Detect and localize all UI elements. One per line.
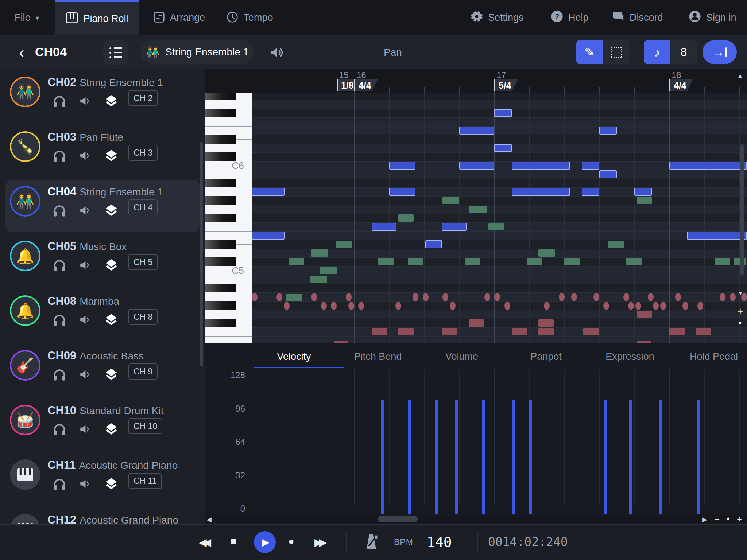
midi-note-active[interactable]: [687, 232, 747, 240]
solo-headphones-icon[interactable]: [52, 368, 67, 383]
solo-headphones-icon[interactable]: [52, 149, 67, 164]
velocity-bar[interactable]: [381, 400, 384, 514]
back-chevron-icon[interactable]: ‹: [19, 43, 24, 62]
midi-note-active[interactable]: [512, 188, 570, 196]
piano-keyboard[interactable]: C6C5: [205, 93, 252, 343]
velocity-bar[interactable]: [455, 400, 458, 514]
channel-item-ch11[interactable]: CH11 Acoustic Grand PianoCH 11: [0, 456, 205, 510]
mute-speaker-icon[interactable]: [78, 204, 92, 218]
file-menu[interactable]: File ▾: [15, 0, 39, 35]
metronome-icon[interactable]: [363, 533, 379, 553]
black-key[interactable]: [205, 196, 236, 205]
midi-note-active[interactable]: [669, 162, 747, 170]
midi-note-active[interactable]: [582, 188, 599, 196]
jump-to-end-button[interactable]: →: [703, 40, 737, 64]
velocity-bar[interactable]: [529, 400, 532, 514]
zoom-reset-horizontal-icon[interactable]: ●: [727, 515, 730, 521]
controller-tab-panpot[interactable]: Panpot: [506, 351, 586, 362]
solo-headphones-icon[interactable]: [52, 422, 67, 438]
channel-item-ch03[interactable]: 🍾CH03 Pan FluteCH 3: [0, 128, 205, 182]
black-key[interactable]: [205, 214, 236, 222]
velocity-bar[interactable]: [604, 400, 607, 514]
piano-roll-grid[interactable]: [252, 93, 747, 343]
layers-icon[interactable]: [105, 258, 118, 273]
controller-tab-volume[interactable]: Volume: [422, 351, 502, 362]
time-position-display[interactable]: 0014:02:240: [488, 535, 568, 549]
sidebar-scrollbar[interactable]: [200, 142, 203, 366]
black-key[interactable]: [205, 93, 236, 100]
midi-note-active[interactable]: [599, 170, 617, 178]
midi-channel-badge[interactable]: CH 3: [128, 148, 158, 158]
black-key[interactable]: [205, 135, 236, 144]
layers-icon[interactable]: [105, 422, 118, 437]
pencil-tool-button[interactable]: ✎: [576, 40, 603, 64]
instrument-selector[interactable]: 👬 String Ensemble 1: [140, 40, 254, 64]
note-length-value-button[interactable]: 8: [670, 40, 697, 64]
midi-note-active[interactable]: [389, 162, 415, 170]
midi-note-active[interactable]: [252, 232, 285, 240]
scroll-left-icon[interactable]: ◀: [206, 516, 212, 524]
midi-channel-badge[interactable]: CH 2: [128, 93, 158, 103]
nav-discord[interactable]: Discord: [612, 0, 663, 35]
midi-note-active[interactable]: [252, 188, 285, 196]
midi-note-active[interactable]: [389, 188, 415, 196]
black-key[interactable]: [205, 109, 236, 117]
mute-speaker-icon[interactable]: [78, 478, 92, 491]
time-signature-chip[interactable]: 4/4: [354, 79, 378, 91]
stop-button[interactable]: ■: [231, 536, 237, 547]
midi-note-active[interactable]: [442, 223, 467, 231]
play-button[interactable]: ▶: [254, 531, 276, 553]
midi-channel-badge[interactable]: CH 4: [128, 203, 158, 213]
nav-help[interactable]: ?Help: [551, 0, 589, 35]
layers-icon[interactable]: [105, 477, 118, 491]
solo-headphones-icon[interactable]: [52, 203, 67, 219]
layers-icon[interactable]: [105, 149, 118, 163]
solo-headphones-icon[interactable]: [52, 258, 67, 273]
bpm-value[interactable]: 140: [427, 534, 452, 550]
midi-note-active[interactable]: [425, 240, 442, 248]
mute-speaker-icon[interactable]: [78, 149, 92, 163]
horizontal-scrollbar-thumb[interactable]: [378, 516, 418, 522]
zoom-out-vertical-icon[interactable]: −: [738, 330, 743, 341]
velocity-bar[interactable]: [408, 400, 411, 514]
black-key[interactable]: [205, 179, 236, 187]
scroll-down-icon[interactable]: ▼: [738, 290, 743, 297]
channel-item-ch02[interactable]: 👬CH02 String Ensemble 1CH 2: [0, 73, 205, 128]
fast-forward-button[interactable]: ▶▶: [314, 536, 324, 548]
controller-tab-velocity[interactable]: Velocity: [254, 351, 334, 362]
scroll-right-icon[interactable]: ▶: [702, 516, 707, 524]
channel-list-button[interactable]: [103, 40, 128, 65]
zoom-reset-dot-icon[interactable]: ●: [738, 319, 742, 326]
black-key[interactable]: [205, 284, 236, 292]
velocity-bar[interactable]: [697, 400, 700, 514]
midi-channel-badge[interactable]: CH 5: [128, 257, 158, 267]
channel-item-ch10[interactable]: 🥁CH10 Standard Drum KitCH 10: [0, 401, 205, 456]
mute-speaker-icon[interactable]: [78, 314, 92, 327]
tab-arrange[interactable]: Arrange: [149, 0, 209, 35]
layers-icon[interactable]: [105, 313, 118, 327]
channel-item-ch09[interactable]: 🎸CH09 Acoustic BassCH 9: [0, 346, 205, 401]
midi-channel-badge[interactable]: CH 10: [128, 421, 162, 431]
midi-note-active[interactable]: [634, 188, 652, 196]
zoom-in-horizontal-icon[interactable]: +: [737, 514, 742, 524]
midi-note-active[interactable]: [459, 162, 494, 170]
channel-item-ch05[interactable]: 🔔CH05 Music BoxCH 5: [0, 237, 205, 292]
black-key[interactable]: [205, 319, 236, 327]
mute-speaker-icon[interactable]: [78, 423, 92, 437]
solo-headphones-icon[interactable]: [52, 477, 67, 492]
controller-tab-expression[interactable]: Expression: [590, 351, 670, 362]
velocity-bar[interactable]: [512, 400, 515, 514]
velocity-bar[interactable]: [435, 400, 438, 514]
midi-note-active[interactable]: [512, 162, 570, 170]
layers-icon[interactable]: [105, 368, 118, 382]
solo-headphones-icon[interactable]: [52, 313, 67, 328]
midi-channel-badge[interactable]: CH 8: [128, 312, 158, 322]
scroll-up-icon[interactable]: ▲: [737, 72, 743, 80]
black-key[interactable]: [205, 240, 236, 249]
midi-note-active[interactable]: [372, 223, 396, 231]
midi-note-active[interactable]: [459, 127, 494, 135]
channel-item-ch04[interactable]: 👬CH04 String Ensemble 1CH 4: [0, 182, 205, 237]
black-key[interactable]: [205, 301, 236, 310]
velocity-bar[interactable]: [659, 400, 662, 514]
midi-channel-badge[interactable]: CH 9: [128, 367, 158, 377]
